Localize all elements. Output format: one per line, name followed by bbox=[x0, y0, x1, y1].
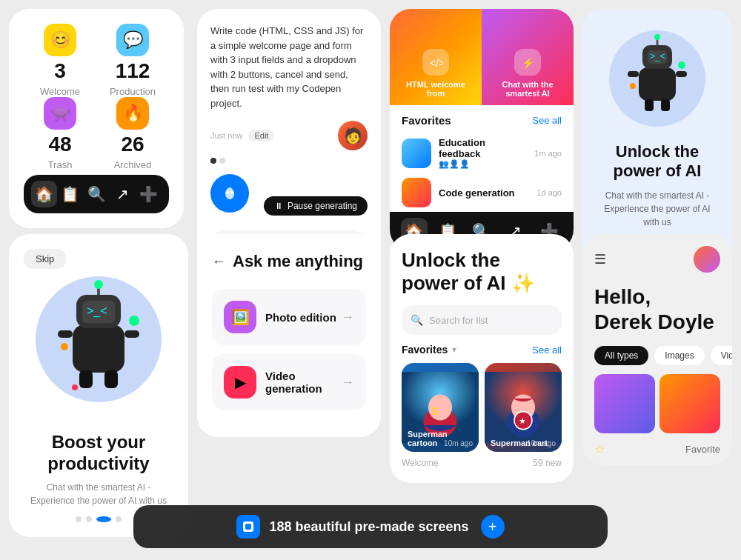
bottom-banner[interactable]: 188 beautiful pre-made screens + bbox=[133, 505, 608, 548]
stats-toolbar: 🏠 📋 🔍 ↗ ➕ bbox=[24, 175, 169, 213]
boost-subtitle: Chat with the smartest AI - Experience t… bbox=[24, 481, 173, 507]
svg-text:S: S bbox=[431, 405, 439, 417]
boost-illustration: >_< bbox=[32, 276, 165, 424]
svg-rect-10 bbox=[628, 71, 639, 77]
unlock-main-title: Unlock the power of AI ✨ bbox=[402, 249, 562, 295]
boost-title: Boost your productivity bbox=[24, 432, 173, 475]
ask-title: Ask me anything bbox=[233, 252, 363, 271]
hello-title: Hello, Derek Doyle bbox=[582, 284, 732, 346]
svg-point-21 bbox=[94, 280, 103, 289]
svg-rect-13 bbox=[661, 99, 670, 111]
photo-edition-item[interactable]: 🖼️ Photo edition → bbox=[212, 289, 366, 345]
filter-videos[interactable]: Videos bbox=[711, 346, 732, 365]
see-all-button[interactable]: See all bbox=[532, 115, 562, 126]
robot-illustration: >_< bbox=[605, 27, 709, 130]
welcome-label: Welcome bbox=[40, 86, 80, 97]
svg-point-28 bbox=[72, 384, 78, 390]
svg-text:★: ★ bbox=[519, 416, 526, 425]
superman-card-1[interactable]: S Superman cartoon 10m ago bbox=[402, 363, 479, 452]
chat-edit-button[interactable]: Edit bbox=[248, 130, 274, 141]
code-name: Code generation bbox=[439, 187, 529, 199]
svg-rect-4 bbox=[639, 67, 676, 101]
svg-rect-12 bbox=[645, 99, 654, 111]
unlock-subtitle: Chat with the smartest AI - Experience t… bbox=[597, 189, 717, 229]
home-icon[interactable]: 🏠 bbox=[31, 181, 57, 207]
fav-see-all[interactable]: See all bbox=[532, 344, 562, 356]
search-bar[interactable]: 🔍 Search for list bbox=[402, 305, 562, 335]
image-grid: S Superman cartoon 10m ago bbox=[402, 363, 562, 452]
boost-robot-svg: >_< bbox=[54, 280, 143, 399]
svg-text:>_<: >_< bbox=[87, 304, 107, 318]
html-icon: </> bbox=[422, 49, 449, 76]
education-sub: 👥👤👤 bbox=[439, 159, 527, 169]
superman-time-1: 10m ago bbox=[444, 439, 473, 447]
search-icon[interactable]: 🔍 bbox=[83, 181, 109, 207]
search-placeholder: Search for list bbox=[429, 315, 488, 326]
fav-header: Favorites ▾ See all bbox=[402, 344, 562, 356]
html-welcome-card[interactable]: </> HTML welcome from bbox=[390, 9, 482, 105]
trash-icon: 👾 bbox=[44, 97, 76, 130]
trash-label: Trash bbox=[48, 159, 73, 170]
welcome-bottom-label: Welcome bbox=[402, 458, 439, 468]
chat-indicator bbox=[210, 158, 368, 164]
photo-edition-label: Photo edition bbox=[265, 311, 341, 324]
add-banner-button[interactable]: + bbox=[481, 515, 505, 539]
stat-production: 💬 112 Production bbox=[96, 24, 169, 97]
filter-all[interactable]: All types bbox=[594, 346, 648, 365]
svg-rect-24 bbox=[79, 370, 93, 388]
chat-ai-icon: ⚡ bbox=[514, 49, 541, 76]
hello-images bbox=[582, 374, 732, 433]
chat-ai-label: Chat with the smartest AI bbox=[489, 80, 566, 98]
hello-header: ☰ bbox=[582, 234, 732, 284]
photo-edition-arrow: → bbox=[341, 310, 354, 325]
stat-trash: 👾 48 Trash bbox=[24, 97, 96, 170]
fav-item-education[interactable]: Education feedback 👥👤👤 1m ago bbox=[402, 133, 562, 173]
stat-archived: 🔥 26 Archived bbox=[96, 97, 169, 170]
banner-text: 188 beautiful pre-made screens bbox=[269, 519, 468, 535]
svg-rect-39 bbox=[245, 524, 251, 530]
chat-time: Just now bbox=[210, 131, 242, 140]
star-icon: ☆ bbox=[594, 442, 605, 456]
svg-rect-22 bbox=[58, 330, 73, 338]
skip-button[interactable]: Skip bbox=[24, 249, 66, 269]
svg-text:</>: </> bbox=[430, 57, 443, 69]
svg-text:⚡: ⚡ bbox=[522, 57, 535, 70]
fav-item-code[interactable]: Code generation 1d ago bbox=[402, 173, 562, 212]
video-generation-label: Video generation bbox=[265, 370, 341, 395]
code-time: 1d ago bbox=[536, 188, 562, 197]
video-generation-icon: ▶ bbox=[224, 366, 256, 399]
svg-point-9 bbox=[654, 34, 660, 40]
add-icon[interactable]: ➕ bbox=[136, 181, 162, 207]
back-button[interactable]: ← bbox=[212, 254, 225, 270]
svg-rect-25 bbox=[104, 370, 118, 388]
favorites-title: Favorites bbox=[402, 114, 451, 127]
filter-images[interactable]: Images bbox=[654, 346, 704, 365]
captain-time: 10m ago bbox=[527, 439, 556, 447]
unlock-title: Unlock the power of AI bbox=[597, 142, 717, 181]
svg-point-14 bbox=[678, 61, 685, 69]
captain-card[interactable]: ★ Superman cart 10m ago bbox=[485, 363, 562, 452]
svg-rect-16 bbox=[73, 324, 124, 373]
welcome-count: 3 bbox=[54, 59, 66, 83]
hello-img-purple bbox=[594, 374, 655, 433]
production-count: 112 bbox=[116, 59, 150, 83]
svg-point-27 bbox=[61, 343, 68, 350]
stat-welcome: 😊 3 Welcome bbox=[24, 24, 96, 97]
ai-bubble bbox=[210, 174, 249, 213]
chat-message: Write code (HTML, CSS and JS) for a simp… bbox=[210, 24, 368, 110]
share-icon[interactable]: ↗ bbox=[110, 181, 136, 207]
education-name: Education feedback bbox=[439, 137, 527, 159]
pause-button[interactable]: ⏸ Pause generating bbox=[264, 196, 368, 216]
hello-bottom: ☆ Favorite bbox=[582, 433, 732, 465]
fav-label: Favorites bbox=[402, 344, 448, 356]
boost-dots bbox=[76, 516, 122, 522]
welcome-count: 59 new bbox=[533, 458, 562, 468]
menu-icon[interactable]: ☰ bbox=[594, 251, 606, 267]
clipboard-icon[interactable]: 📋 bbox=[57, 181, 83, 207]
ask-header: ← Ask me anything bbox=[212, 252, 366, 271]
video-generation-item[interactable]: ▶ Video generation → bbox=[212, 354, 366, 410]
video-generation-arrow: → bbox=[341, 375, 354, 390]
chat-ai-card[interactable]: ⚡ Chat with the smartest AI bbox=[482, 9, 574, 105]
archived-icon: 🔥 bbox=[116, 97, 149, 130]
code-thumbnail bbox=[402, 178, 431, 207]
